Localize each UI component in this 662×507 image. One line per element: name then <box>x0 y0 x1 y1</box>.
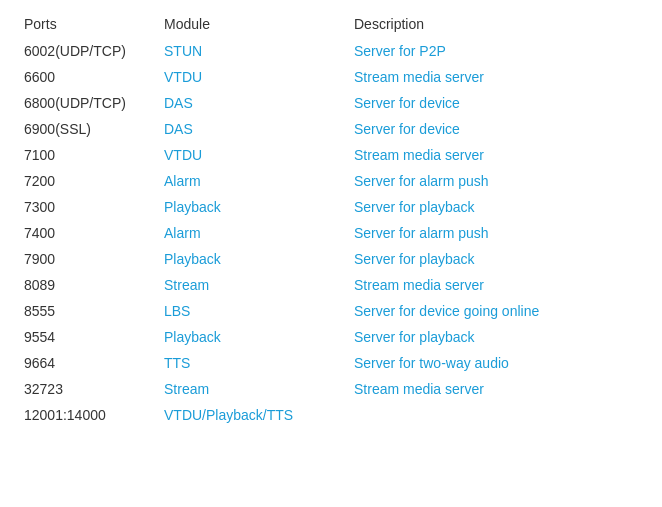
table-row: 7900PlaybackServer for playback <box>16 246 646 272</box>
cell-description: Stream media server <box>346 64 646 90</box>
cell-ports: 7300 <box>16 194 156 220</box>
cell-description: Server for P2P <box>346 38 646 64</box>
table-row: 12001:14000VTDU/Playback/TTS <box>16 402 646 428</box>
cell-module: TTS <box>156 350 346 376</box>
cell-description: Server for playback <box>346 324 646 350</box>
cell-description <box>346 402 646 428</box>
cell-module: Playback <box>156 246 346 272</box>
cell-module: VTDU/Playback/TTS <box>156 402 346 428</box>
cell-ports: 6800(UDP/TCP) <box>16 90 156 116</box>
table-row: 7300PlaybackServer for playback <box>16 194 646 220</box>
table-row: 6800(UDP/TCP)DASServer for device <box>16 90 646 116</box>
table-row: 7400AlarmServer for alarm push <box>16 220 646 246</box>
cell-ports: 32723 <box>16 376 156 402</box>
cell-module: VTDU <box>156 142 346 168</box>
cell-ports: 9664 <box>16 350 156 376</box>
header-module: Module <box>156 10 346 38</box>
cell-module: DAS <box>156 116 346 142</box>
cell-description: Server for alarm push <box>346 220 646 246</box>
cell-module: Alarm <box>156 220 346 246</box>
cell-description: Server for playback <box>346 246 646 272</box>
cell-description: Server for device going online <box>346 298 646 324</box>
header-ports: Ports <box>16 10 156 38</box>
cell-module: Playback <box>156 194 346 220</box>
cell-ports: 6600 <box>16 64 156 90</box>
cell-description: Stream media server <box>346 272 646 298</box>
cell-module: Stream <box>156 376 346 402</box>
cell-description: Server for playback <box>346 194 646 220</box>
table-row: 8089StreamStream media server <box>16 272 646 298</box>
header-description: Description <box>346 10 646 38</box>
cell-module: VTDU <box>156 64 346 90</box>
cell-description: Server for device <box>346 116 646 142</box>
cell-ports: 6002(UDP/TCP) <box>16 38 156 64</box>
cell-module: Alarm <box>156 168 346 194</box>
cell-ports: 9554 <box>16 324 156 350</box>
table-row: 9664TTSServer for two-way audio <box>16 350 646 376</box>
cell-ports: 8555 <box>16 298 156 324</box>
table-row: 8555LBSServer for device going online <box>16 298 646 324</box>
cell-module: LBS <box>156 298 346 324</box>
cell-ports: 7200 <box>16 168 156 194</box>
table-row: 7200AlarmServer for alarm push <box>16 168 646 194</box>
cell-description: Server for alarm push <box>346 168 646 194</box>
cell-module: Stream <box>156 272 346 298</box>
cell-module: STUN <box>156 38 346 64</box>
table-row: 6002(UDP/TCP)STUNServer for P2P <box>16 38 646 64</box>
cell-module: Playback <box>156 324 346 350</box>
cell-ports: 8089 <box>16 272 156 298</box>
cell-ports: 7400 <box>16 220 156 246</box>
cell-ports: 7100 <box>16 142 156 168</box>
table-row: 7100VTDUStream media server <box>16 142 646 168</box>
cell-ports: 7900 <box>16 246 156 272</box>
ports-table: Ports Module Description 6002(UDP/TCP)ST… <box>16 10 646 428</box>
cell-description: Server for device <box>346 90 646 116</box>
cell-ports: 6900(SSL) <box>16 116 156 142</box>
cell-description: Stream media server <box>346 142 646 168</box>
table-row: 32723StreamStream media server <box>16 376 646 402</box>
cell-description: Server for two-way audio <box>346 350 646 376</box>
cell-ports: 12001:14000 <box>16 402 156 428</box>
table-row: 9554PlaybackServer for playback <box>16 324 646 350</box>
table-row: 6900(SSL)DASServer for device <box>16 116 646 142</box>
table-row: 6600VTDUStream media server <box>16 64 646 90</box>
cell-description: Stream media server <box>346 376 646 402</box>
cell-module: DAS <box>156 90 346 116</box>
